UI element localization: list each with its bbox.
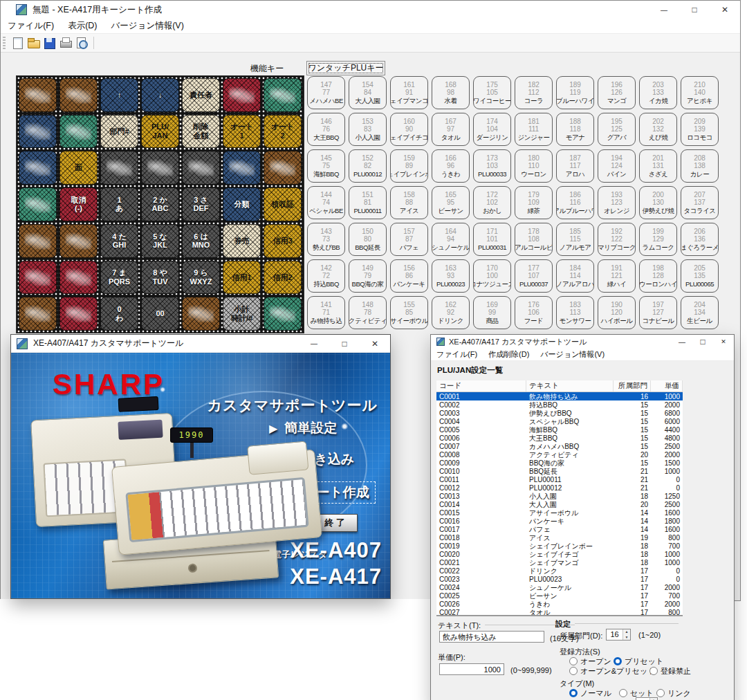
department-spinner[interactable]: 16 ▲▼ xyxy=(606,629,631,641)
settings-menu-version-info[interactable]: バージョン情報(V) xyxy=(535,349,610,360)
plu-key[interactable]: 15888アイス xyxy=(390,186,428,219)
plu-key[interactable]: 208138カレー xyxy=(681,149,719,183)
function-key[interactable]: 券売 xyxy=(223,224,261,258)
new-file-icon[interactable] xyxy=(11,37,24,49)
plu-key[interactable]: 16999商品 xyxy=(473,296,511,329)
function-key[interactable] xyxy=(264,297,302,331)
function-key[interactable]: 2 か ABC xyxy=(141,187,179,221)
plu-key[interactable]: 189119ブルーハワイ xyxy=(556,76,594,109)
plu-key[interactable]: 181111ジンジャー xyxy=(515,113,553,146)
plu-key[interactable]: 174104ダージリン xyxy=(473,113,511,146)
function-key[interactable] xyxy=(59,115,98,149)
plu-key[interactable]: 14878クティビティ xyxy=(349,296,387,329)
open-file-icon[interactable] xyxy=(27,37,40,49)
plu-key[interactable]: 16292ドリンク xyxy=(432,296,470,329)
plu-key[interactable]: 192122マリブコーク xyxy=(598,223,636,256)
close-icon[interactable] xyxy=(710,1,740,19)
table-row[interactable]: C0015アサイーボウル141600 xyxy=(436,508,683,517)
plu-key[interactable]: 182112コーラ xyxy=(515,76,553,109)
minimize-icon[interactable] xyxy=(649,1,679,19)
plu-key[interactable]: 14474ベシャルBE xyxy=(307,186,345,219)
function-key[interactable]: 3 さ DEF xyxy=(182,187,220,221)
tab-function-keys[interactable]: 機能キー xyxy=(229,62,305,76)
column-header-code[interactable]: コード xyxy=(436,380,526,392)
radio-register-prohibit[interactable] xyxy=(649,667,658,675)
radio-set[interactable] xyxy=(619,689,627,697)
function-key[interactable] xyxy=(59,78,98,112)
function-key[interactable]: 分類 xyxy=(223,187,261,221)
table-row[interactable]: C0012PLU00012210 xyxy=(436,483,683,492)
plu-key[interactable]: 15686パンケーキ xyxy=(390,259,428,293)
plu-key[interactable]: 15989ェイブレインボ xyxy=(390,149,428,183)
table-row[interactable]: C0013小人入園181250 xyxy=(436,492,683,500)
print-icon[interactable] xyxy=(59,37,72,49)
function-key[interactable]: 8 や TUV xyxy=(141,261,179,295)
function-key[interactable] xyxy=(223,78,261,112)
table-row[interactable]: C0014大人入園202500 xyxy=(436,500,683,508)
function-key[interactable]: 9 ら WXYZ xyxy=(182,261,220,295)
settings-close-icon[interactable] xyxy=(713,335,734,349)
function-key[interactable]: 信用1 xyxy=(223,261,261,295)
function-key[interactable]: 信用2 xyxy=(264,261,302,295)
function-key[interactable]: 部門# xyxy=(100,115,138,149)
plu-key[interactable]: 200130伊勢えび焼 xyxy=(639,186,677,219)
plu-key[interactable]: 177107PLU00037 xyxy=(515,259,553,293)
plu-key[interactable]: 187117アロハ xyxy=(556,149,594,183)
support-close-icon[interactable] xyxy=(360,335,390,352)
support-minimize-icon[interactable] xyxy=(299,335,329,352)
column-header-text[interactable]: テキスト xyxy=(526,380,614,392)
plu-key[interactable]: 201131さざえ xyxy=(639,149,677,183)
plu-key[interactable]: 202132えび焼 xyxy=(639,113,677,146)
table-row[interactable]: C0017パフェ141600 xyxy=(436,525,683,533)
function-key[interactable]: 1 あ xyxy=(100,187,138,221)
plu-key[interactable]: 206136まぐろラーメ xyxy=(681,223,719,256)
settings-maximize-icon[interactable] xyxy=(692,335,713,349)
function-key[interactable]: PLU/ JAN xyxy=(141,115,179,149)
plu-key[interactable]: 14575海鮮BBQ xyxy=(307,149,345,183)
function-key[interactable]: 0 わ xyxy=(100,297,138,331)
table-row[interactable]: C0023PLU00023170 xyxy=(436,575,683,583)
plu-key[interactable]: 196126マンゴ xyxy=(598,76,636,109)
function-key[interactable]: 7 ま PQRS xyxy=(100,261,138,295)
menu-file[interactable]: ファイル(F) xyxy=(1,20,61,32)
function-key[interactable] xyxy=(223,151,261,185)
plu-key[interactable]: 173103PLU00033 xyxy=(473,149,511,183)
table-row[interactable]: C0009BBQ海の家151500 xyxy=(436,459,683,467)
function-key[interactable] xyxy=(19,224,57,258)
function-key[interactable]: 小計 時計/# xyxy=(223,297,261,331)
function-key[interactable] xyxy=(264,78,302,112)
plu-key[interactable]: 183113モンサワー xyxy=(556,296,594,329)
table-row[interactable]: C0011PLU00011210 xyxy=(436,475,683,483)
table-row[interactable]: C0002持込BBQ152000 xyxy=(436,400,683,409)
plu-key[interactable]: 16393PLU00023 xyxy=(432,259,470,293)
table-row[interactable]: C0010BBQ延長211000 xyxy=(436,467,683,475)
function-key[interactable] xyxy=(19,78,57,112)
settings-menu-file[interactable]: ファイル(F) xyxy=(431,349,483,360)
function-key[interactable]: 削除 金額 xyxy=(182,115,220,149)
plu-key[interactable]: 15181PLU00011 xyxy=(349,186,387,219)
plu-key[interactable]: 172102おかし xyxy=(473,186,511,219)
plu-key[interactable]: 15484大人入園 xyxy=(349,76,387,109)
plu-key[interactable]: 15282PLU00012 xyxy=(349,149,387,183)
plu-key[interactable]: 179109緑茶 xyxy=(515,186,553,219)
price-input[interactable]: 1000 xyxy=(439,663,504,675)
plu-key[interactable]: 191121緑ハイ xyxy=(598,259,636,293)
plu-key[interactable]: 14676大王BBQ xyxy=(307,113,345,146)
function-key[interactable] xyxy=(19,115,57,149)
plu-key[interactable]: 199129ラムコーク xyxy=(639,223,677,256)
plu-key[interactable]: 178108アルコールビ xyxy=(515,223,553,256)
plu-key[interactable]: 15787パフェ xyxy=(390,223,428,256)
plu-key[interactable]: 190120ハイボール xyxy=(598,296,636,329)
table-row[interactable]: C0024シュノーケル172000 xyxy=(436,583,683,591)
function-key[interactable] xyxy=(182,297,220,331)
plu-key[interactable]: 16191ェイブマンゴ xyxy=(390,76,428,109)
plu-key[interactable]: 188118モアナ xyxy=(556,113,594,146)
table-row[interactable]: C0025ビーサン17700 xyxy=(436,591,683,600)
function-key[interactable] xyxy=(264,151,302,185)
plu-key[interactable]: 207137タコライス xyxy=(681,186,719,219)
table-row[interactable]: C0019シェイブレインボー18700 xyxy=(436,542,683,550)
function-key[interactable] xyxy=(59,261,98,295)
plu-key[interactable]: 16090ェイブイチゴ xyxy=(390,113,428,146)
plu-key[interactable]: 171101PLU00031 xyxy=(473,223,511,256)
plu-key[interactable]: 16494シュノーケル xyxy=(432,223,470,256)
